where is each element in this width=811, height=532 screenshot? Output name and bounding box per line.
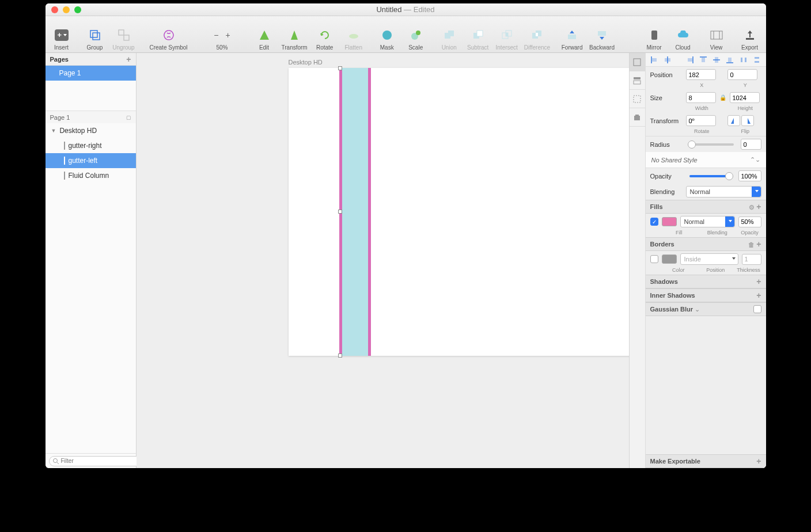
distribute-v-icon[interactable] xyxy=(753,56,761,64)
make-exportable-header[interactable]: Make Exportable+ xyxy=(646,454,766,468)
resize-handle-bottom[interactable] xyxy=(338,354,342,358)
position-y-input[interactable] xyxy=(727,69,757,80)
svg-rect-49 xyxy=(745,58,746,62)
inspector-tab-export[interactable] xyxy=(630,108,645,127)
inspector-tab-resize[interactable] xyxy=(630,90,645,108)
svg-rect-23 xyxy=(711,31,722,39)
align-left-icon[interactable] xyxy=(650,56,658,64)
zoom-out-button[interactable]: − xyxy=(214,31,218,40)
filter-input[interactable] xyxy=(49,456,143,466)
edit-button[interactable]: Edit xyxy=(253,18,276,51)
transform-button[interactable]: Transform xyxy=(282,18,308,51)
create-symbol-button[interactable]: Create Symbol xyxy=(146,18,192,51)
inspector-tab-layout[interactable] xyxy=(630,71,645,90)
mask-button[interactable]: Mask xyxy=(376,18,399,51)
artboard-label[interactable]: Desktop HD xyxy=(289,59,323,66)
union-button[interactable]: Union xyxy=(438,18,461,51)
insert-button[interactable]: Insert xyxy=(50,18,73,51)
border-enabled-checkbox[interactable] xyxy=(650,255,658,263)
backward-button[interactable]: Backward xyxy=(589,18,615,51)
borders-trash-icon[interactable]: 🗑 xyxy=(748,241,755,248)
layer-fluid-column[interactable]: Fluid Column xyxy=(46,168,136,183)
svg-rect-41 xyxy=(688,58,692,62)
blending-select[interactable]: Normal xyxy=(686,186,761,197)
fluid-column-shape[interactable] xyxy=(339,68,368,356)
svg-rect-26 xyxy=(749,33,751,37)
layer-gutter-right[interactable]: gutter-right xyxy=(46,138,136,153)
distribute-h-icon[interactable] xyxy=(740,56,748,64)
align-top-icon[interactable] xyxy=(699,56,707,64)
collapse-icon[interactable]: ▢ xyxy=(126,115,131,120)
document-edited-indicator: — Edited xyxy=(404,5,434,14)
zoom-control[interactable]: − + 50% xyxy=(202,18,242,51)
fill-enabled-checkbox[interactable]: ✓ xyxy=(650,218,658,226)
radius-slider[interactable] xyxy=(689,143,734,146)
difference-button[interactable]: Difference xyxy=(524,18,550,51)
opacity-slider[interactable] xyxy=(689,175,732,177)
resize-handle-mid[interactable] xyxy=(338,210,342,214)
align-bottom-icon[interactable] xyxy=(726,56,734,64)
svg-point-9 xyxy=(416,31,420,35)
add-page-button[interactable]: + xyxy=(126,55,131,64)
sidebar-footer: ⧉ ✎ 0 xyxy=(46,453,136,468)
rotate-icon xyxy=(318,28,332,42)
border-position-select[interactable]: Inside xyxy=(680,253,738,265)
scale-button[interactable]: Scale xyxy=(404,18,427,51)
titlebar: Untitled — Edited xyxy=(46,3,766,16)
inspector-tab-properties[interactable] xyxy=(630,53,645,71)
layer-artboard[interactable]: ▼Desktop HD xyxy=(46,123,136,138)
align-hcenter-icon[interactable] xyxy=(664,56,672,64)
flip-vertical-button[interactable] xyxy=(741,115,754,126)
blur-enabled-checkbox[interactable] xyxy=(753,305,761,313)
add-export-button[interactable]: + xyxy=(756,457,761,466)
forward-button[interactable]: Forward xyxy=(560,18,583,51)
rotate-button[interactable]: Rotate xyxy=(313,18,336,51)
border-thickness-input[interactable] xyxy=(742,254,761,265)
svg-rect-31 xyxy=(634,77,641,79)
svg-point-28 xyxy=(53,458,57,462)
layer-gutter-left[interactable]: gutter-left xyxy=(46,153,136,168)
fills-settings-icon[interactable]: ⚙ xyxy=(749,204,755,211)
page-row[interactable]: Page 1 xyxy=(46,66,136,81)
resize-handle-top[interactable] xyxy=(338,66,342,70)
transform-label: Transform xyxy=(650,117,683,124)
edit-icon xyxy=(257,28,271,42)
group-button[interactable]: Group xyxy=(84,18,107,51)
intersect-button[interactable]: Intersect xyxy=(495,18,518,51)
artboard[interactable] xyxy=(289,68,629,356)
radius-input[interactable] xyxy=(741,139,761,150)
fill-color-swatch[interactable] xyxy=(662,217,677,226)
height-input[interactable] xyxy=(730,92,760,103)
gutter-right-shape[interactable] xyxy=(368,68,371,356)
align-vcenter-icon[interactable] xyxy=(713,56,721,64)
rotate-input[interactable] xyxy=(686,115,716,126)
add-shadow-button[interactable]: + xyxy=(756,277,761,286)
position-x-input[interactable] xyxy=(686,69,716,80)
svg-rect-48 xyxy=(741,58,742,62)
shared-style-select[interactable]: No Shared Style ⌃⌄ xyxy=(646,152,766,168)
export-icon xyxy=(743,28,757,42)
export-button[interactable]: Export xyxy=(738,18,761,51)
fill-opacity-input[interactable] xyxy=(738,216,761,227)
flip-horizontal-button[interactable] xyxy=(727,115,740,126)
align-right-icon[interactable] xyxy=(686,56,694,64)
add-fill-button[interactable]: + xyxy=(756,202,761,211)
cloud-button[interactable]: Cloud xyxy=(672,18,695,51)
lock-aspect-icon[interactable]: 🔒 xyxy=(719,94,726,101)
gaussian-blur-header: Gaussian Blur ⌄ xyxy=(646,302,766,316)
add-inner-shadow-button[interactable]: + xyxy=(756,291,761,300)
flatten-button[interactable]: Flatten xyxy=(342,18,365,51)
mirror-button[interactable]: Mirror xyxy=(643,18,666,51)
fill-blend-select[interactable]: Normal xyxy=(680,216,735,227)
zoom-in-button[interactable]: + xyxy=(226,31,230,40)
svg-point-6 xyxy=(349,34,358,39)
add-border-button[interactable]: + xyxy=(756,240,761,249)
ungroup-button[interactable]: Ungroup xyxy=(112,18,135,51)
subtract-button[interactable]: Subtract xyxy=(467,18,490,51)
ungroup-icon xyxy=(117,28,131,42)
view-button[interactable]: View xyxy=(705,18,728,51)
opacity-input[interactable] xyxy=(738,170,761,181)
canvas[interactable]: Desktop HD xyxy=(137,53,629,468)
width-input[interactable] xyxy=(686,92,716,103)
border-color-swatch[interactable] xyxy=(662,254,677,264)
